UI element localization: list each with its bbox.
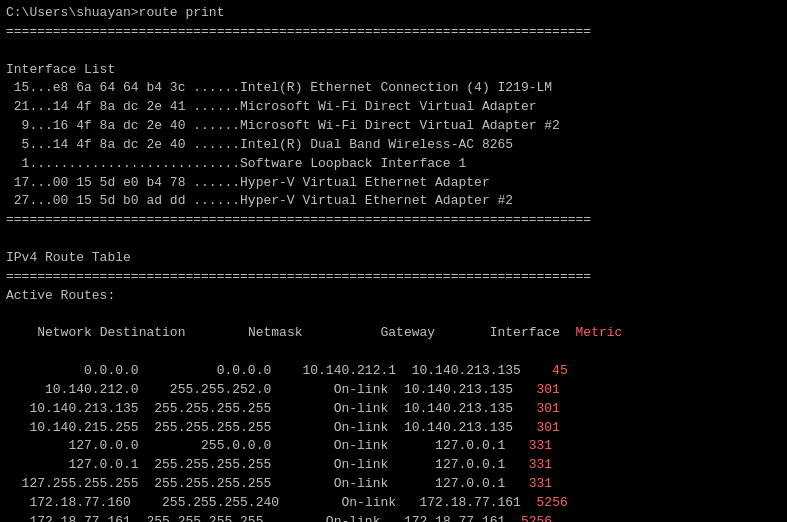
- col-spacer4: [560, 325, 576, 340]
- route-iface: 10.140.213.135: [388, 420, 513, 435]
- route-gateway: On-link: [271, 476, 388, 491]
- route-row: 127.255.255.255 255.255.255.255 On-link …: [6, 475, 781, 494]
- route-dest: 172.18.77.160: [6, 495, 131, 510]
- route-gateway: On-link: [271, 420, 388, 435]
- route-iface: 127.0.0.1: [388, 457, 505, 472]
- column-headers: Network Destination Netmask Gateway Inte…: [6, 306, 781, 363]
- route-row: 127.0.0.0 255.0.0.0 On-link 127.0.0.1 33…: [6, 437, 781, 456]
- route-iface: 127.0.0.1: [388, 476, 505, 491]
- interface-entry: 17...00 15 5d e0 b4 78 ......Hyper-V Vir…: [6, 174, 781, 193]
- route-metric: 331: [505, 476, 552, 491]
- route-mask: 255.255.255.255: [139, 476, 272, 491]
- route-iface: 172.18.77.161: [380, 514, 505, 522]
- route-dest: 10.140.213.135: [6, 401, 139, 416]
- route-row: 127.0.0.1 255.255.255.255 On-link 127.0.…: [6, 456, 781, 475]
- route-iface: 10.140.213.135: [396, 363, 521, 378]
- route-dest: 0.0.0.0: [6, 363, 139, 378]
- terminal-window: C:\Users\shuayan>route print ===========…: [0, 0, 787, 522]
- route-table: 0.0.0.0 0.0.0.0 10.140.212.1 10.140.213.…: [6, 362, 781, 522]
- route-row: 0.0.0.0 0.0.0.0 10.140.212.1 10.140.213.…: [6, 362, 781, 381]
- route-gateway: 10.140.212.1: [271, 363, 396, 378]
- interface-entry: 21...14 4f 8a dc 2e 41 ......Microsoft W…: [6, 98, 781, 117]
- route-mask: 255.255.255.255: [139, 420, 272, 435]
- col-spacer1: [185, 325, 247, 340]
- route-metric: 331: [505, 438, 552, 453]
- route-mask: 255.255.252.0: [139, 382, 272, 397]
- route-metric: 301: [513, 420, 560, 435]
- active-routes-label: Active Routes:: [6, 287, 781, 306]
- route-dest: 127.0.0.0: [6, 438, 139, 453]
- blank-1: [6, 42, 781, 61]
- route-metric: 5256: [505, 514, 552, 522]
- col-metric: Metric: [576, 325, 623, 340]
- col-interface: Interface: [490, 325, 560, 340]
- route-iface: 172.18.77.161: [396, 495, 521, 510]
- route-dest: 127.255.255.255: [6, 476, 139, 491]
- ipv4-header: IPv4 Route Table: [6, 249, 781, 268]
- route-metric: 301: [513, 382, 560, 397]
- route-gateway: On-link: [271, 438, 388, 453]
- interface-entry: 15...e8 6a 64 64 b4 3c ......Intel(R) Et…: [6, 79, 781, 98]
- route-mask: 255.255.255.255: [131, 514, 264, 522]
- col-gateway: Gateway: [381, 325, 436, 340]
- interface-entry: 9...16 4f 8a dc 2e 40 ......Microsoft Wi…: [6, 117, 781, 136]
- route-dest: 10.140.212.0: [6, 382, 139, 397]
- route-row: 172.18.77.161 255.255.255.255 On-link 17…: [6, 513, 781, 522]
- col-spacer3: [435, 325, 490, 340]
- col-spacer2: [302, 325, 380, 340]
- route-row: 172.18.77.160 255.255.255.240 On-link 17…: [6, 494, 781, 513]
- route-gateway: On-link: [263, 514, 380, 522]
- route-metric: 5256: [521, 495, 568, 510]
- blank-2: [6, 230, 781, 249]
- route-gateway: On-link: [271, 457, 388, 472]
- route-mask: 255.255.255.255: [139, 401, 272, 416]
- route-iface: 10.140.213.135: [388, 382, 513, 397]
- route-dest: 10.140.215.255: [6, 420, 139, 435]
- route-gateway: On-link: [271, 401, 388, 416]
- route-mask: 255.255.255.255: [139, 457, 272, 472]
- separator-1: ========================================…: [6, 23, 781, 42]
- route-gateway: On-link: [271, 382, 388, 397]
- route-mask: 255.255.255.240: [131, 495, 279, 510]
- route-mask: 255.0.0.0: [139, 438, 272, 453]
- interface-list-header: Interface List: [6, 61, 781, 80]
- interface-entry: 27...00 15 5d b0 ad dd ......Hyper-V Vir…: [6, 192, 781, 211]
- route-row: 10.140.212.0 255.255.252.0 On-link 10.14…: [6, 381, 781, 400]
- interface-entry: 5...14 4f 8a dc 2e 40 ......Intel(R) Dua…: [6, 136, 781, 155]
- separator-2: ========================================…: [6, 211, 781, 230]
- route-iface: 10.140.213.135: [388, 401, 513, 416]
- col-network-dest: Network Destination: [37, 325, 185, 340]
- route-dest: 127.0.0.1: [6, 457, 139, 472]
- route-gateway: On-link: [279, 495, 396, 510]
- route-row: 10.140.213.135 255.255.255.255 On-link 1…: [6, 400, 781, 419]
- interface-list: 15...e8 6a 64 64 b4 3c ......Intel(R) Et…: [6, 79, 781, 211]
- route-row: 10.140.215.255 255.255.255.255 On-link 1…: [6, 419, 781, 438]
- route-dest: 172.18.77.161: [6, 514, 131, 522]
- route-mask: 0.0.0.0: [139, 363, 272, 378]
- route-metric: 331: [505, 457, 552, 472]
- separator-3: ========================================…: [6, 268, 781, 287]
- route-metric: 301: [513, 401, 560, 416]
- interface-entry: 1...........................Software Loo…: [6, 155, 781, 174]
- col-netmask: Netmask: [248, 325, 303, 340]
- prompt-line: C:\Users\shuayan>route print: [6, 4, 781, 23]
- route-metric: 45: [521, 363, 568, 378]
- route-iface: 127.0.0.1: [388, 438, 505, 453]
